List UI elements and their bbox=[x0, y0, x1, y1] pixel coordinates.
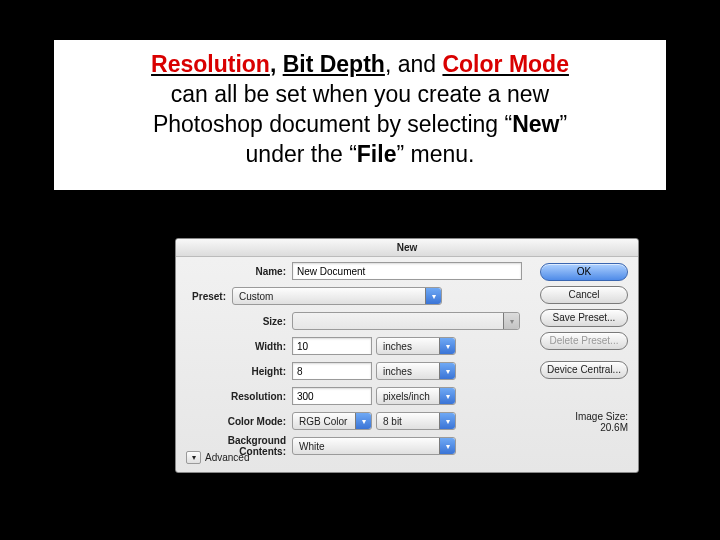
resolution-field[interactable] bbox=[292, 387, 372, 405]
bitdepth-select[interactable]: 8 bit ▾ bbox=[376, 412, 456, 430]
ok-button[interactable]: OK bbox=[540, 263, 628, 281]
image-size-value: 20.6M bbox=[542, 422, 628, 433]
chevron-updown-icon: ▾ bbox=[439, 388, 455, 404]
save-preset-button[interactable]: Save Preset... bbox=[540, 309, 628, 327]
cancel-button[interactable]: Cancel bbox=[540, 286, 628, 304]
size-select: ▾ bbox=[292, 312, 520, 330]
label-resolution: Resolution: bbox=[182, 391, 292, 402]
label-colormode: Color Mode: bbox=[182, 416, 292, 427]
advanced-disclosure[interactable]: ▾ Advanced bbox=[186, 451, 249, 464]
name-field[interactable] bbox=[292, 262, 522, 280]
label-height: Height: bbox=[182, 366, 292, 377]
label-name: Name: bbox=[182, 266, 292, 277]
colormode-select[interactable]: RGB Color ▾ bbox=[292, 412, 372, 430]
chevron-updown-icon: ▾ bbox=[439, 413, 455, 429]
image-size-readout: Image Size: 20.6M bbox=[542, 411, 628, 433]
caption-new: New bbox=[512, 111, 559, 137]
resolution-unit-select[interactable]: pixels/inch ▾ bbox=[376, 387, 456, 405]
label-size: Size: bbox=[182, 316, 292, 327]
new-document-dialog: New Name: Preset: Custom ▾ Size: ▾ bbox=[175, 238, 639, 473]
chevron-updown-icon: ▾ bbox=[503, 313, 519, 329]
delete-preset-button: Delete Preset... bbox=[540, 332, 628, 350]
dialog-title: New bbox=[176, 239, 638, 257]
caption-resolution: Resolution bbox=[151, 51, 270, 77]
width-field[interactable] bbox=[292, 337, 372, 355]
width-unit-select[interactable]: inches ▾ bbox=[376, 337, 456, 355]
height-unit-select[interactable]: inches ▾ bbox=[376, 362, 456, 380]
bg-select[interactable]: White ▾ bbox=[292, 437, 456, 455]
height-field[interactable] bbox=[292, 362, 372, 380]
chevron-updown-icon: ▾ bbox=[425, 288, 441, 304]
caption-colormode: Color Mode bbox=[442, 51, 569, 77]
caption-file: File bbox=[357, 141, 397, 167]
label-width: Width: bbox=[182, 341, 292, 352]
caption-line2: can all be set when you create a new bbox=[54, 80, 666, 110]
device-central-button[interactable]: Device Central... bbox=[540, 361, 628, 379]
chevron-updown-icon: ▾ bbox=[439, 338, 455, 354]
preset-select[interactable]: Custom ▾ bbox=[232, 287, 442, 305]
chevron-updown-icon: ▾ bbox=[439, 363, 455, 379]
label-preset: Preset: bbox=[182, 291, 232, 302]
chevron-updown-icon: ▾ bbox=[355, 413, 371, 429]
chevron-updown-icon: ▾ bbox=[439, 438, 455, 454]
caption-bitdepth: Bit Depth bbox=[283, 51, 385, 77]
caption-block: Resolution, Bit Depth, and Color Mode ca… bbox=[54, 40, 666, 190]
chevron-down-icon: ▾ bbox=[186, 451, 201, 464]
